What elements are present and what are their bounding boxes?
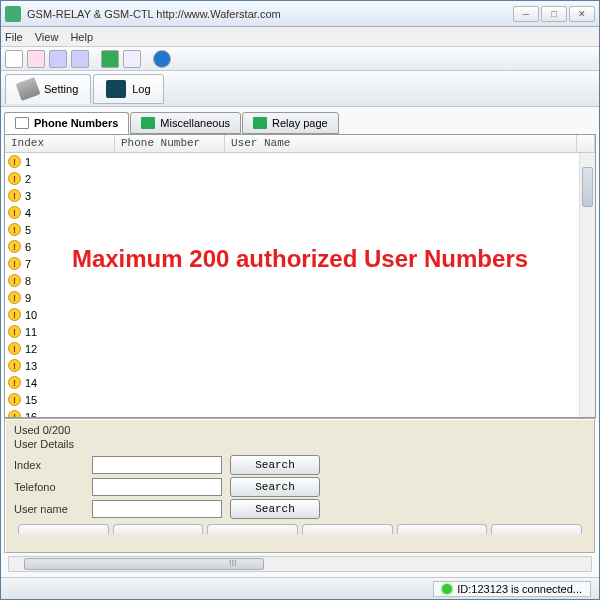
row-index: 7 xyxy=(25,258,31,270)
new-icon[interactable] xyxy=(5,50,23,68)
minimize-button[interactable]: ─ xyxy=(513,6,539,22)
table-row[interactable]: !15 xyxy=(5,391,595,408)
subtab-phone-numbers[interactable]: Phone Numbers xyxy=(4,112,129,134)
table-row[interactable]: !16 xyxy=(5,408,595,417)
search-username-button[interactable]: Search xyxy=(230,499,320,519)
tab-log[interactable]: Log xyxy=(93,74,163,104)
globe-icon[interactable] xyxy=(153,50,171,68)
table-row[interactable]: !3 xyxy=(5,187,595,204)
warning-icon: ! xyxy=(8,359,21,372)
search-index-button[interactable]: Search xyxy=(230,455,320,475)
row-index: 2 xyxy=(25,173,31,185)
app-window: GSM-RELAY & GSM-CTL http://www.Waferstar… xyxy=(0,0,600,600)
ghost-button[interactable] xyxy=(397,524,488,534)
subtab-phone-label: Phone Numbers xyxy=(34,117,118,129)
grid-body[interactable]: !1!2!3!4!5!6!7!8!9!10!11!12!13!14!15!16 xyxy=(5,153,595,417)
row-index: 5 xyxy=(25,224,31,236)
input-username[interactable] xyxy=(92,500,222,518)
connect-icon[interactable] xyxy=(101,50,119,68)
label-username: User name xyxy=(14,503,84,515)
status-dot-icon xyxy=(442,584,452,594)
app-icon xyxy=(5,6,21,22)
row-index: 3 xyxy=(25,190,31,202)
col-user[interactable]: User Name xyxy=(225,135,577,152)
statusbar: ID:123123 is connected... xyxy=(1,577,599,599)
subtab-relay-page[interactable]: Relay page xyxy=(242,112,339,134)
subtab-miscellaneous[interactable]: Miscellaneous xyxy=(130,112,241,134)
toolbar xyxy=(1,47,599,71)
tab-setting[interactable]: Setting xyxy=(5,74,91,104)
row-index: 4 xyxy=(25,207,31,219)
table-row[interactable]: !9 xyxy=(5,289,595,306)
menu-view[interactable]: View xyxy=(35,31,59,43)
table-row[interactable]: !5 xyxy=(5,221,595,238)
table-row[interactable]: !14 xyxy=(5,374,595,391)
input-index[interactable] xyxy=(92,456,222,474)
table-row[interactable]: !10 xyxy=(5,306,595,323)
row-index: 11 xyxy=(25,326,37,338)
ghost-button[interactable] xyxy=(491,524,582,534)
tab-log-label: Log xyxy=(132,83,150,95)
warning-icon: ! xyxy=(8,155,21,168)
table-row[interactable]: !7 xyxy=(5,255,595,272)
row-index: 14 xyxy=(25,377,37,389)
used-counter: Used 0/200 xyxy=(14,424,586,436)
row-index: 12 xyxy=(25,343,37,355)
ghost-button[interactable] xyxy=(113,524,204,534)
wrench-icon xyxy=(16,77,41,101)
row-index: 10 xyxy=(25,309,37,321)
titlebar[interactable]: GSM-RELAY & GSM-CTL http://www.Waferstar… xyxy=(1,1,599,27)
data-grid: Index Phone Number User Name !1!2!3!4!5!… xyxy=(4,134,596,418)
relay-icon xyxy=(253,117,267,129)
search-telefono-button[interactable]: Search xyxy=(230,477,320,497)
save-icon[interactable] xyxy=(49,50,67,68)
warning-icon: ! xyxy=(8,189,21,202)
grid-header: Index Phone Number User Name xyxy=(5,135,595,153)
maximize-button[interactable]: □ xyxy=(541,6,567,22)
row-index: 9 xyxy=(25,292,31,304)
screen-icon[interactable] xyxy=(123,50,141,68)
table-row[interactable]: !12 xyxy=(5,340,595,357)
table-row[interactable]: !6 xyxy=(5,238,595,255)
table-row[interactable]: !13 xyxy=(5,357,595,374)
button-row xyxy=(14,524,586,546)
main-tabs: Setting Log xyxy=(1,71,599,107)
warning-icon: ! xyxy=(8,206,21,219)
warning-icon: ! xyxy=(8,240,21,253)
table-row[interactable]: !8 xyxy=(5,272,595,289)
table-row[interactable]: !11 xyxy=(5,323,595,340)
wave-icon xyxy=(106,80,126,98)
table-row[interactable]: !4 xyxy=(5,204,595,221)
menubar: File View Help xyxy=(1,27,599,47)
horizontal-scrollbar[interactable]: !!! xyxy=(8,556,592,572)
row-index: 16 xyxy=(25,411,37,418)
warning-icon: ! xyxy=(8,325,21,338)
table-row[interactable]: !2 xyxy=(5,170,595,187)
vertical-scrollbar[interactable] xyxy=(579,153,595,417)
hscroll-mark: !!! xyxy=(229,558,237,568)
open-icon[interactable] xyxy=(27,50,45,68)
input-telefono[interactable] xyxy=(92,478,222,496)
ghost-button[interactable] xyxy=(18,524,109,534)
save2-icon[interactable] xyxy=(71,50,89,68)
table-row[interactable]: !1 xyxy=(5,153,595,170)
col-end xyxy=(577,135,595,152)
details-panel: Used 0/200 User Details Index Search Tel… xyxy=(4,418,596,554)
ghost-button[interactable] xyxy=(302,524,393,534)
label-telefono: Telefono xyxy=(14,481,84,493)
ghost-button[interactable] xyxy=(207,524,298,534)
row-index: 13 xyxy=(25,360,37,372)
label-index: Index xyxy=(14,459,84,471)
col-index[interactable]: Index xyxy=(5,135,115,152)
warning-icon: ! xyxy=(8,376,21,389)
tab-setting-label: Setting xyxy=(44,83,78,95)
subtab-relay-label: Relay page xyxy=(272,117,328,129)
warning-icon: ! xyxy=(8,274,21,287)
details-header: User Details xyxy=(14,438,586,450)
warning-icon: ! xyxy=(8,223,21,236)
col-phone[interactable]: Phone Number xyxy=(115,135,225,152)
close-button[interactable]: ✕ xyxy=(569,6,595,22)
menu-file[interactable]: File xyxy=(5,31,23,43)
menu-help[interactable]: Help xyxy=(70,31,93,43)
warning-icon: ! xyxy=(8,342,21,355)
